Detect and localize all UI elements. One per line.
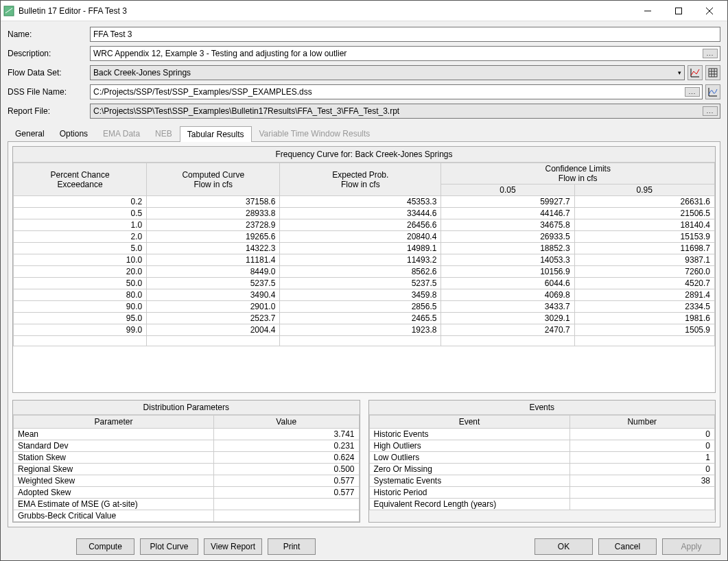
cell[interactable]: 21506.5 <box>574 208 714 219</box>
event-name[interactable]: Historic Period <box>369 487 570 499</box>
cell[interactable]: 2004.4 <box>147 324 280 336</box>
minimize-button[interactable] <box>632 1 663 21</box>
cell[interactable]: 1505.9 <box>574 324 714 336</box>
cell[interactable]: 7260.0 <box>574 266 714 278</box>
cell[interactable]: 8562.6 <box>280 266 441 278</box>
param-value[interactable]: 0.577 <box>214 487 359 499</box>
cell[interactable]: 28933.8 <box>147 208 280 219</box>
event-number[interactable]: 1 <box>570 452 714 464</box>
cell[interactable]: 11493.2 <box>280 254 441 266</box>
cell[interactable]: 50.0 <box>14 278 147 289</box>
dss-file-browse-button[interactable]: ... <box>685 87 700 97</box>
event-number[interactable]: 0 <box>570 429 714 440</box>
param-name[interactable]: Standard Dev <box>14 440 214 452</box>
cell[interactable]: 14989.1 <box>280 243 441 254</box>
param-name[interactable]: Adopted Skew <box>14 487 214 499</box>
cell[interactable]: 2891.4 <box>574 289 714 301</box>
plot-curve-button[interactable]: Plot Curve <box>140 538 198 555</box>
cell[interactable]: 26456.6 <box>280 219 441 231</box>
cell[interactable]: 19265.6 <box>147 231 280 243</box>
event-name[interactable]: Systematic Events <box>369 475 570 487</box>
cell[interactable]: 2901.0 <box>147 301 280 313</box>
cell[interactable]: 45353.3 <box>280 196 441 208</box>
cell[interactable]: 3029.1 <box>441 313 574 324</box>
param-name[interactable]: EMA Estimate of MSE (G at-site) <box>14 499 214 510</box>
name-input[interactable] <box>90 27 720 42</box>
param-value[interactable]: 0.624 <box>214 452 359 464</box>
event-number[interactable]: 0 <box>570 440 714 452</box>
cell[interactable]: 14053.3 <box>441 254 574 266</box>
param-value[interactable]: 0.500 <box>214 464 359 475</box>
param-name[interactable]: Grubbs-Beck Critical Value <box>14 510 214 522</box>
event-name[interactable]: Low Outliers <box>369 452 570 464</box>
tab-tabular-results[interactable]: Tabular Results <box>180 126 252 142</box>
cell[interactable]: 8449.0 <box>147 266 280 278</box>
cell[interactable]: 14322.3 <box>147 243 280 254</box>
cell[interactable]: 2523.7 <box>147 313 280 324</box>
cell[interactable]: 0.2 <box>14 196 147 208</box>
cell[interactable]: 44146.7 <box>441 208 574 219</box>
tab-options[interactable]: Options <box>52 126 95 141</box>
cell[interactable]: 10156.9 <box>441 266 574 278</box>
cell[interactable]: 2.0 <box>14 231 147 243</box>
event-number[interactable] <box>570 499 714 510</box>
param-name[interactable]: Mean <box>14 429 214 440</box>
dss-plot-icon[interactable] <box>705 84 720 99</box>
cell[interactable]: 26631.6 <box>574 196 714 208</box>
cell[interactable]: 3459.8 <box>280 289 441 301</box>
cell[interactable]: 80.0 <box>14 289 147 301</box>
cell[interactable]: 5237.5 <box>147 278 280 289</box>
cell[interactable]: 4520.7 <box>574 278 714 289</box>
event-name[interactable]: Equivalent Record Length (years) <box>369 499 570 510</box>
print-button[interactable]: Print <box>268 538 316 555</box>
dss-file-input[interactable]: C:/Projects/SSP/Test/SSP_Examples/SSP_EX… <box>90 84 703 99</box>
cell[interactable]: 2465.5 <box>280 313 441 324</box>
event-number[interactable]: 0 <box>570 464 714 475</box>
cell[interactable]: 18852.3 <box>441 243 574 254</box>
cell[interactable]: 2856.5 <box>280 301 441 313</box>
close-button[interactable] <box>694 1 725 21</box>
cell[interactable]: 5237.5 <box>280 278 441 289</box>
cell[interactable]: 23728.9 <box>147 219 280 231</box>
param-value[interactable] <box>214 499 359 510</box>
cancel-button[interactable]: Cancel <box>598 538 657 555</box>
param-value[interactable]: 0.577 <box>214 475 359 487</box>
cell[interactable]: 6044.6 <box>441 278 574 289</box>
cell[interactable]: 1.0 <box>14 219 147 231</box>
cell[interactable]: 2334.5 <box>574 301 714 313</box>
cell[interactable]: 20840.4 <box>280 231 441 243</box>
ok-button[interactable]: OK <box>535 538 593 555</box>
maximize-button[interactable] <box>663 1 694 21</box>
cell[interactable]: 11181.4 <box>147 254 280 266</box>
cell[interactable]: 2470.7 <box>441 324 574 336</box>
param-value[interactable]: 3.741 <box>214 429 359 440</box>
cell[interactable]: 18140.4 <box>574 219 714 231</box>
cell[interactable]: 20.0 <box>14 266 147 278</box>
cell[interactable]: 3433.7 <box>441 301 574 313</box>
cell[interactable]: 59927.7 <box>441 196 574 208</box>
cell[interactable]: 11698.7 <box>574 243 714 254</box>
cell[interactable]: 0.5 <box>14 208 147 219</box>
cell[interactable]: 37158.6 <box>147 196 280 208</box>
param-name[interactable]: Weighted Skew <box>14 475 214 487</box>
event-name[interactable]: High Outliers <box>369 440 570 452</box>
cell[interactable]: 4069.8 <box>441 289 574 301</box>
event-name[interactable]: Zero Or Missing <box>369 464 570 475</box>
view-report-button[interactable]: View Report <box>204 538 262 555</box>
cell[interactable]: 1981.6 <box>574 313 714 324</box>
cell[interactable]: 3490.4 <box>147 289 280 301</box>
param-name[interactable]: Regional Skew <box>14 464 214 475</box>
cell[interactable]: 26933.5 <box>441 231 574 243</box>
cell[interactable]: 10.0 <box>14 254 147 266</box>
param-name[interactable]: Station Skew <box>14 452 214 464</box>
report-file-open-button[interactable]: ... <box>703 106 718 116</box>
cell[interactable]: 9387.1 <box>574 254 714 266</box>
cell[interactable]: 99.0 <box>14 324 147 336</box>
cell[interactable]: 34675.8 <box>441 219 574 231</box>
description-input[interactable]: WRC Appendix 12, Example 3 - Testing and… <box>90 46 720 61</box>
flow-data-set-select[interactable]: Back Creek-Jones Springs ▾ <box>90 65 685 80</box>
description-more-button[interactable]: ... <box>703 49 718 58</box>
tab-general[interactable]: General <box>8 126 52 141</box>
param-value[interactable] <box>214 510 359 522</box>
cell[interactable]: 15153.9 <box>574 231 714 243</box>
